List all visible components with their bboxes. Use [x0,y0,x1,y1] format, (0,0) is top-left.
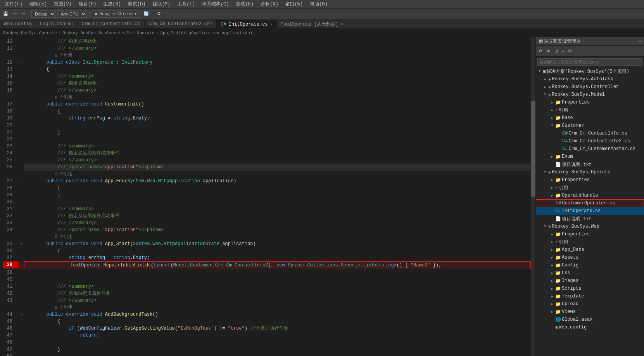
fold-ref2 [19,94,24,101]
tab-tooloperate[interactable]: ToolOperate [从元数据] ✕ [277,20,347,28]
tree-model[interactable]: ▼ ◈ Rookey.BusSys.Model [536,91,644,99]
tree-web-appdata[interactable]: ▶ 📁 App_Data [536,246,644,254]
menu-window[interactable]: 窗口(W) [282,0,306,8]
tree-model-customer[interactable]: ▼ 📁 Customer [536,122,644,130]
menu-view[interactable]: 视图(V) [51,0,75,8]
menu-test[interactable]: 测试(E) [233,0,257,8]
tree-operate-properties[interactable]: ▶ 📁 Properties [536,176,644,184]
expand-icon: ▼ [543,170,547,174]
tree-web-webconfig[interactable]: ⚙ Web.config [536,323,644,331]
toolbar-undo[interactable]: ↩ [12,10,18,17]
tree-web-properties[interactable]: ▶ 📁 Properties [536,230,644,238]
menu-analyze[interactable]: 分析(N) [257,0,281,8]
se-close-icon[interactable]: ✕ [638,38,641,44]
se-show-all-btn[interactable]: 👁 [545,48,552,54]
tree-model-properties[interactable]: ▶ 📁 Properties [536,99,644,106]
menu-project[interactable]: 项目(P) [76,0,100,8]
tree-web-ref[interactable]: ▶ ⚡ 引用 [536,238,644,246]
toolbar-more[interactable]: ⚙ [155,10,162,17]
tree-customeroperates[interactable]: C# CustomerOperates.cs [536,199,644,207]
menu-arch[interactable]: 体系结构(C) [199,0,232,8]
tree-web-assets[interactable]: ▶ 📁 Assets [536,254,644,261]
tree-web-scripts[interactable]: ▶ 📁 Scripts [536,285,644,292]
se-properties-btn[interactable]: ⚙ [566,48,573,54]
se-tree[interactable]: ▼ ▣ 解决方案'Rookey.BusSys'(5个项目) ▶ ◈ Rookey… [536,67,644,356]
tree-model-readme[interactable]: 📄 项目说明.txt [536,161,644,168]
tree-web-upload[interactable]: ▶ 📁 Upload [536,300,644,308]
tree-label: Properties [562,232,590,237]
tree-model-base[interactable]: ▶ 📁 Base [536,114,644,122]
ln-ref3 [3,171,19,178]
fold-44[interactable]: − [19,311,24,318]
fold-27[interactable]: − [19,178,24,185]
tab-close-icon[interactable]: ✕ [270,22,273,27]
tree-web[interactable]: ▼ ◈ Rookey.BusSys.Web [536,223,644,230]
tree-autotask[interactable]: ▶ ◈ Rookey.BusSys.AutoTask [536,75,644,83]
menu-debug[interactable]: 调试(D) [125,0,149,8]
tree-web-views[interactable]: ▶ 📁 Views [536,308,644,316]
tree-operate-ref[interactable]: ▶ ⚡ 引用 [536,184,644,192]
menu-edit[interactable]: 编辑(E) [26,0,50,8]
menu-help[interactable]: 帮助(H) [307,0,331,8]
tree-contactinfo2[interactable]: C# Crm_Cm_ContactInfo2.cs [536,137,644,145]
se-search-area [536,57,644,67]
menu-build[interactable]: 生成(B) [100,0,124,8]
tab-contactinfo2[interactable]: Crm_Cm_ContactInfo2.cs* [145,20,217,28]
menu-team[interactable]: 团队(M) [150,0,174,8]
vertical-scrollbar[interactable] [531,37,535,356]
tab-webconfig[interactable]: Web.config [0,20,36,28]
code-content[interactable]: 10 /// 自定义初始化 11 /// </summary> [0,37,531,356]
expand-icon: ▶ [550,186,554,190]
tree-contactinfo[interactable]: C# Crm_Cm_ContactInfo.cs [536,130,644,137]
tree-model-enum[interactable]: ▶ 📁 Enum [536,153,644,161]
tree-operate[interactable]: ▼ ◈ Rookey.BusSys.Operate [536,168,644,176]
fold-34 [19,226,24,233]
cpu-mode-dropdown[interactable]: Any CPU [57,10,87,18]
tree-label: CustomerOperates.cs [562,200,615,206]
ln44: 44 [3,311,19,318]
code-line-20: 20 [3,122,531,129]
tree-web-config[interactable]: ▶ 📁 Config [536,261,644,269]
se-search-input[interactable] [537,58,642,66]
tree-operate-readme[interactable]: 📄 项目说明.txt [536,215,644,223]
separator-2 [89,10,90,17]
tab-logincshtml[interactable]: Login.cshtml [36,20,78,28]
se-collapse-btn[interactable]: − [560,48,566,54]
toolbar-save[interactable]: 💾 [2,10,10,17]
fold-17[interactable]: − [19,101,24,108]
se-filter-btn[interactable]: ⊞ [553,48,559,54]
code-container: 10 /// 自定义初始化 11 /// </summary> [0,37,535,356]
scrollbar-thumb[interactable] [531,101,535,197]
tree-web-template[interactable]: ▶ 📁 Template [536,292,644,300]
tab-initoperate[interactable]: C# InitOperate.cs ✕ [217,20,276,28]
fold-49 [19,346,24,353]
tab-contactinfo[interactable]: Crm_Cm_ContactInfo.cs [78,20,144,28]
ln18: 18 [3,108,19,115]
tree-solution[interactable]: ▼ ▣ 解决方案'Rookey.BusSys'(5个项目) [536,67,644,75]
toolbar-redo[interactable]: ↪ [20,10,26,17]
fold-35[interactable]: − [19,240,24,247]
tree-web-css[interactable]: ▶ 📁 Css [536,269,644,277]
tab-close-icon2[interactable]: ✕ [340,22,343,26]
fold-12[interactable]: − [19,59,24,66]
menu-tools[interactable]: 工具(T) [174,0,198,8]
fold-37 [19,254,24,261]
code-text-28: { [24,185,531,192]
fold-45 [19,318,24,325]
toolbar-refresh[interactable]: 🔄 [142,10,150,17]
fold-43 [19,297,24,304]
debug-mode-dropdown[interactable]: Debug [31,10,56,18]
tree-customermaster[interactable]: C# Crm_Cm_CustomerMaster.cs [536,145,644,153]
chrome-run-button[interactable]: ▶ Google Chrome ▾ [92,10,140,18]
code-text-38: ToolOperate.RepairTableFields(typeof(Mod… [24,261,531,269]
se-sync-btn[interactable]: ⟳ [537,48,544,54]
tree-web-globalasax[interactable]: 🌐 Global.asax [536,316,644,323]
tree-controller[interactable]: ▶ ◈ Rookey.BusSys.Controller [536,83,644,91]
tree-initoperate[interactable]: C# InitOperate.cs [536,207,644,215]
ln-ref1 [3,52,19,59]
tree-web-images[interactable]: ▶ 📁 Images [536,277,644,285]
expand-icon: ▼ [537,69,542,73]
menu-file[interactable]: 文件(F) [2,0,26,8]
tree-operatehandle[interactable]: ▶ 📁 OperateHandle [536,192,644,199]
tree-model-ref[interactable]: ▶ ⚡ 引用 [536,106,644,114]
